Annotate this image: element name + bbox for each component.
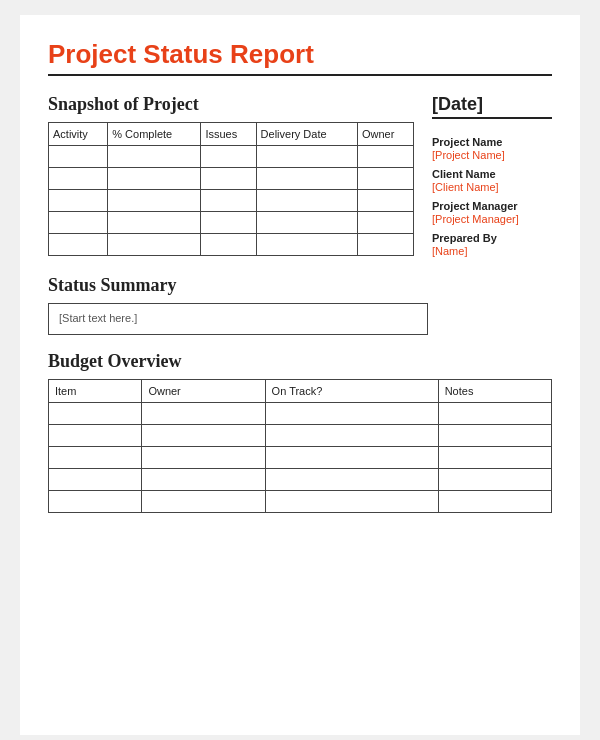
page-title: Project Status Report — [48, 39, 552, 70]
budget-header-row: Item Owner On Track? Notes — [49, 380, 552, 403]
budget-cell — [438, 469, 551, 491]
snapshot-cell — [108, 168, 201, 190]
snapshot-cell — [108, 146, 201, 168]
snapshot-table-row — [49, 190, 414, 212]
project-name-value: [Project Name] — [432, 149, 552, 161]
snapshot-cell — [201, 168, 256, 190]
snapshot-cell — [358, 212, 414, 234]
budget-cell — [438, 425, 551, 447]
snapshot-cell — [49, 234, 108, 256]
snapshot-col-issues: Issues — [201, 123, 256, 146]
client-name-label: Client Name — [432, 168, 552, 180]
snapshot-cell — [108, 234, 201, 256]
budget-table-row — [49, 491, 552, 513]
budget-col-owner: Owner — [142, 380, 265, 403]
snapshot-cell — [358, 190, 414, 212]
budget-table-row — [49, 447, 552, 469]
budget-cell — [49, 447, 142, 469]
budget-table: Item Owner On Track? Notes — [48, 379, 552, 513]
snapshot-cell — [256, 146, 357, 168]
info-area: [Date] Project Name [Project Name] Clien… — [432, 94, 552, 257]
snapshot-col-activity: Activity — [49, 123, 108, 146]
budget-cell — [142, 425, 265, 447]
budget-cell — [142, 469, 265, 491]
top-section: Snapshot of Project Activity % Complete … — [48, 94, 552, 257]
budget-cell — [142, 447, 265, 469]
budget-cell — [142, 403, 265, 425]
snapshot-cell — [201, 212, 256, 234]
budget-cell — [438, 491, 551, 513]
budget-cell — [438, 447, 551, 469]
budget-table-row — [49, 425, 552, 447]
page: Project Status Report Snapshot of Projec… — [20, 15, 580, 735]
prepared-by-value: [Name] — [432, 245, 552, 257]
budget-heading: Budget Overview — [48, 351, 552, 372]
snapshot-cell — [108, 212, 201, 234]
snapshot-col-complete: % Complete — [108, 123, 201, 146]
snapshot-heading: Snapshot of Project — [48, 94, 414, 115]
snapshot-cell — [49, 168, 108, 190]
snapshot-cell — [49, 146, 108, 168]
snapshot-cell — [201, 146, 256, 168]
budget-cell — [49, 469, 142, 491]
budget-cell — [49, 425, 142, 447]
status-section: Status Summary [Start text here.] — [48, 275, 552, 335]
project-manager-label: Project Manager — [432, 200, 552, 212]
prepared-by-label: Prepared By — [432, 232, 552, 244]
snapshot-col-owner: Owner — [358, 123, 414, 146]
budget-col-ontrack: On Track? — [265, 380, 438, 403]
budget-cell — [438, 403, 551, 425]
budget-cell — [265, 425, 438, 447]
snapshot-cell — [201, 234, 256, 256]
snapshot-cell — [256, 212, 357, 234]
snapshot-cell — [201, 190, 256, 212]
snapshot-table: Activity % Complete Issues Delivery Date… — [48, 122, 414, 256]
budget-col-notes: Notes — [438, 380, 551, 403]
snapshot-table-row — [49, 168, 414, 190]
snapshot-col-delivery: Delivery Date — [256, 123, 357, 146]
budget-table-row — [49, 403, 552, 425]
snapshot-area: Snapshot of Project Activity % Complete … — [48, 94, 414, 256]
snapshot-table-row — [49, 234, 414, 256]
snapshot-cell — [358, 234, 414, 256]
budget-cell — [265, 491, 438, 513]
status-summary-heading: Status Summary — [48, 275, 552, 296]
snapshot-cell — [49, 190, 108, 212]
budget-cell — [49, 491, 142, 513]
budget-cell — [142, 491, 265, 513]
budget-table-row — [49, 469, 552, 491]
snapshot-cell — [256, 234, 357, 256]
client-name-value: [Client Name] — [432, 181, 552, 193]
budget-col-item: Item — [49, 380, 142, 403]
title-divider — [48, 74, 552, 76]
budget-section: Budget Overview Item Owner On Track? Not… — [48, 351, 552, 513]
snapshot-cell — [256, 190, 357, 212]
snapshot-cell — [49, 212, 108, 234]
snapshot-table-row — [49, 146, 414, 168]
snapshot-cell — [256, 168, 357, 190]
snapshot-table-row — [49, 212, 414, 234]
snapshot-header-row: Activity % Complete Issues Delivery Date… — [49, 123, 414, 146]
budget-cell — [49, 403, 142, 425]
snapshot-cell — [108, 190, 201, 212]
date-placeholder: [Date] — [432, 94, 552, 119]
budget-cell — [265, 403, 438, 425]
budget-cell — [265, 447, 438, 469]
snapshot-cell — [358, 168, 414, 190]
project-name-label: Project Name — [432, 136, 552, 148]
budget-cell — [265, 469, 438, 491]
snapshot-cell — [358, 146, 414, 168]
status-text-box[interactable]: [Start text here.] — [48, 303, 428, 335]
project-manager-value: [Project Manager] — [432, 213, 552, 225]
